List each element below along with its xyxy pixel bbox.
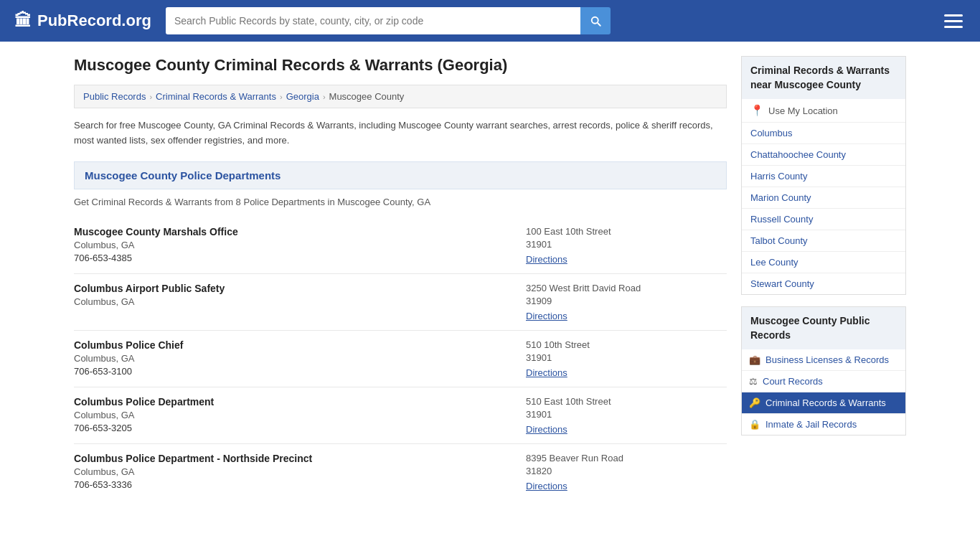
directions-link[interactable]: Directions xyxy=(526,481,567,491)
sidebar-item-chattahoochee[interactable]: Chattahoochee County xyxy=(742,144,905,166)
breadcrumb-sep: › xyxy=(280,93,283,101)
entry-left: Columbus Police Chief Columbus, GA 706-6… xyxy=(74,339,526,378)
hamburger-line xyxy=(944,20,963,22)
sidebar-item-talbot[interactable]: Talbot County xyxy=(742,230,905,252)
entry-city: Columbus, GA xyxy=(74,353,526,364)
sidebar-item-columbus[interactable]: Columbus xyxy=(742,123,905,144)
page-description: Search for free Muscogee County, GA Crim… xyxy=(74,118,727,149)
entry-name: Muscogee County Marshals Office xyxy=(74,226,526,237)
entry-phone: 706-653-3205 xyxy=(74,423,526,433)
entry-zip: 31901 xyxy=(526,352,727,363)
building-icon: 🏛 xyxy=(14,11,32,31)
section-subtitle: Get Criminal Records & Warrants from 8 P… xyxy=(74,197,727,207)
entry-city: Columbus, GA xyxy=(74,296,526,307)
table-row: Columbus Airport Public Safety Columbus,… xyxy=(74,274,727,331)
entry-right: 3250 West Britt David Road 31909 Directi… xyxy=(526,283,727,321)
entry-phone: 706-653-3336 xyxy=(74,479,526,490)
marion-link[interactable]: Marion County xyxy=(750,192,811,203)
public-records-header: Muscogee County Public Records xyxy=(742,307,905,349)
hamburger-line xyxy=(944,14,963,17)
entry-address: 3250 West Britt David Road xyxy=(526,283,727,293)
entry-zip: 31901 xyxy=(526,239,727,250)
entries-list: Muscogee County Marshals Office Columbus… xyxy=(74,217,727,500)
sidebar-item-marion[interactable]: Marion County xyxy=(742,187,905,209)
public-records-card: Muscogee County Public Records 💼 Busines… xyxy=(741,306,906,435)
search-icon xyxy=(589,14,602,27)
columbus-link[interactable]: Columbus xyxy=(750,128,793,138)
briefcase-icon: 💼 xyxy=(749,354,760,365)
sidebar-item-inmate-jail[interactable]: 🔒 Inmate & Jail Records xyxy=(742,414,905,435)
entry-left: Columbus Police Department Columbus, GA … xyxy=(74,396,526,435)
sidebar-item-court-records[interactable]: ⚖ Court Records xyxy=(742,371,905,392)
sidebar-item-business-licenses[interactable]: 💼 Business Licenses & Records xyxy=(742,349,905,371)
business-licenses-link[interactable]: Business Licenses & Records xyxy=(765,354,889,365)
stewart-link[interactable]: Stewart County xyxy=(750,278,814,289)
key-icon: 🔑 xyxy=(749,397,760,408)
talbot-link[interactable]: Talbot County xyxy=(750,235,808,246)
site-header: 🏛 PubRecord.org xyxy=(0,0,980,42)
page-title: Muscogee County Criminal Records & Warra… xyxy=(74,56,727,75)
table-row: Columbus Police Department Columbus, GA … xyxy=(74,387,727,444)
hamburger-line xyxy=(944,26,963,28)
breadcrumb-public-records[interactable]: Public Records xyxy=(83,91,146,102)
breadcrumb-criminal-records[interactable]: Criminal Records & Warrants xyxy=(156,91,276,102)
directions-link[interactable]: Directions xyxy=(526,424,567,435)
directions-link[interactable]: Directions xyxy=(526,367,567,378)
public-records-list: 💼 Business Licenses & Records ⚖ Court Re… xyxy=(742,349,905,435)
main-wrapper: Muscogee County Criminal Records & Warra… xyxy=(60,42,920,514)
sidebar-item-stewart[interactable]: Stewart County xyxy=(742,273,905,294)
entry-right: 100 East 10th Street 31901 Directions xyxy=(526,226,727,265)
inmate-jail-link[interactable]: Inmate & Jail Records xyxy=(765,419,857,430)
entry-phone: 706-653-3100 xyxy=(74,366,526,377)
directions-link[interactable]: Directions xyxy=(526,254,567,265)
breadcrumb: Public Records › Criminal Records & Warr… xyxy=(74,85,727,108)
hamburger-menu-button[interactable] xyxy=(941,11,966,31)
directions-link[interactable]: Directions xyxy=(526,311,567,321)
lock-icon: 🔒 xyxy=(749,419,760,430)
site-logo[interactable]: 🏛 PubRecord.org xyxy=(14,11,151,31)
sidebar-item-lee[interactable]: Lee County xyxy=(742,252,905,273)
entry-right: 8395 Beaver Run Road 31820 Directions xyxy=(526,453,727,491)
lee-link[interactable]: Lee County xyxy=(750,257,798,268)
criminal-records-link[interactable]: Criminal Records & Warrants xyxy=(765,397,886,408)
use-location-label: Use My Location xyxy=(768,105,838,116)
sidebar-item-use-location[interactable]: 📍 Use My Location xyxy=(742,99,905,123)
table-row: Columbus Police Chief Columbus, GA 706-6… xyxy=(74,331,727,387)
breadcrumb-sep: › xyxy=(323,93,326,101)
entry-name: Columbus Police Chief xyxy=(74,339,526,351)
russell-link[interactable]: Russell County xyxy=(750,214,813,225)
entry-address: 8395 Beaver Run Road xyxy=(526,453,727,463)
sidebar-item-russell[interactable]: Russell County xyxy=(742,209,905,230)
breadcrumb-georgia[interactable]: Georgia xyxy=(286,91,319,102)
sidebar: Criminal Records & Warrants near Muscoge… xyxy=(741,56,906,500)
entry-address: 510 10th Street xyxy=(526,339,727,350)
harris-link[interactable]: Harris County xyxy=(750,171,807,182)
sidebar-item-criminal-records[interactable]: 🔑 Criminal Records & Warrants xyxy=(742,392,905,414)
entry-right: 510 10th Street 31901 Directions xyxy=(526,339,727,378)
entry-address: 510 East 10th Street xyxy=(526,396,727,407)
table-row: Muscogee County Marshals Office Columbus… xyxy=(74,217,727,274)
nearby-card: Criminal Records & Warrants near Muscoge… xyxy=(741,56,906,295)
entry-left: Columbus Airport Public Safety Columbus,… xyxy=(74,283,526,321)
nearby-header: Criminal Records & Warrants near Muscoge… xyxy=(742,57,905,99)
entry-zip: 31901 xyxy=(526,409,727,420)
entry-name: Columbus Police Department - Northside P… xyxy=(74,453,526,464)
search-input[interactable] xyxy=(166,7,580,34)
entry-left: Columbus Police Department - Northside P… xyxy=(74,453,526,491)
breadcrumb-sep: › xyxy=(149,93,152,101)
nearby-list: 📍 Use My Location Columbus Chattahoochee… xyxy=(742,99,905,294)
entry-right: 510 East 10th Street 31901 Directions xyxy=(526,396,727,435)
entry-phone: 706-653-4385 xyxy=(74,253,526,263)
scales-icon: ⚖ xyxy=(749,376,758,387)
entry-city: Columbus, GA xyxy=(74,466,526,477)
entry-city: Columbus, GA xyxy=(74,240,526,250)
entry-zip: 31820 xyxy=(526,466,727,476)
entry-city: Columbus, GA xyxy=(74,410,526,420)
court-records-link[interactable]: Court Records xyxy=(763,376,823,387)
sidebar-item-harris[interactable]: Harris County xyxy=(742,166,905,187)
logo-text: PubRecord.org xyxy=(37,11,151,30)
chattahoochee-link[interactable]: Chattahoochee County xyxy=(750,149,846,160)
breadcrumb-current: Muscogee County xyxy=(329,91,405,102)
content-area: Muscogee County Criminal Records & Warra… xyxy=(74,56,727,500)
search-button[interactable] xyxy=(580,7,611,34)
